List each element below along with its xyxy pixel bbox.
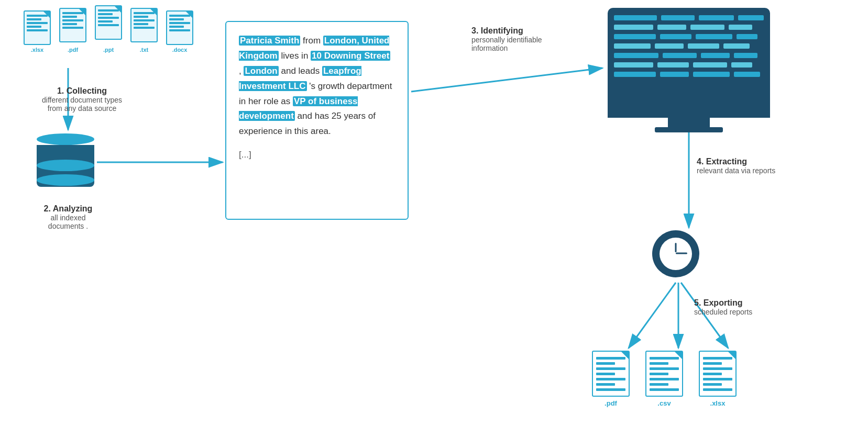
clock-hour-hand [675, 243, 677, 252]
highlight-london: London [244, 66, 278, 76]
db-top [37, 133, 94, 145]
step4-label: 4. Extracting relevant data via reports [697, 157, 791, 175]
text-from: from [303, 36, 323, 46]
database-icon [37, 133, 94, 187]
db-body [37, 145, 94, 187]
step3-label: 3. Identifying personally identifiable i… [471, 26, 576, 52]
monitor-row-4 [614, 43, 764, 49]
export-doc-csv: .csv [645, 351, 683, 407]
doc-txt: .txt [128, 10, 160, 53]
clock-icon [652, 230, 699, 277]
document-text-box: Patricia Smith from London, United Kingd… [225, 21, 409, 220]
diagram-container: .xlsx .pdf .ppt [0, 0, 868, 437]
doc-ppt: .ppt [92, 10, 125, 53]
document-files-group: .xlsx .pdf .ppt [21, 10, 196, 53]
monitor-row-2 [614, 25, 764, 30]
monitor-stand [668, 118, 710, 127]
export-doc-pdf: .pdf [592, 351, 630, 407]
clock-outer [652, 230, 699, 277]
text-leads: and leads [281, 66, 322, 76]
export-page-csv [645, 351, 683, 397]
monitor-base [655, 127, 723, 132]
export-docs-group: .pdf .csv .xls [592, 351, 737, 407]
text-lives: lives in [281, 51, 311, 61]
doc-docx: .docx [163, 10, 196, 53]
db-mid [37, 160, 94, 171]
monitor-row-7 [614, 72, 764, 77]
doc-pdf: .pdf [57, 10, 89, 53]
monitor-row-5 [614, 53, 764, 58]
ellipsis-text: [...] [239, 148, 395, 163]
monitor-row-3 [614, 34, 764, 39]
monitor-row-6 [614, 62, 764, 68]
clock-inner [660, 238, 692, 270]
monitor-screen [608, 8, 770, 118]
highlight-name: Patricia Smith [239, 36, 300, 46]
svg-line-3 [411, 68, 602, 92]
db-bottom [37, 174, 94, 186]
export-page-pdf [592, 351, 630, 397]
step2-label: 2. Analyzing all indexed documents . [29, 204, 107, 230]
step5-label: 5. Exporting scheduled reports [694, 298, 788, 316]
step1-label: 1. Collecting different document types f… [42, 86, 122, 113]
monitor-row-1 [614, 15, 764, 20]
highlight-address: 10 Downing Street [311, 51, 390, 61]
monitor-icon [608, 8, 770, 132]
clock-minute-hand [676, 253, 687, 254]
export-page-xlsx [699, 351, 737, 397]
export-doc-xlsx: .xlsx [699, 351, 737, 407]
doc-xlsx: .xlsx [21, 10, 53, 53]
svg-line-5 [629, 283, 676, 348]
